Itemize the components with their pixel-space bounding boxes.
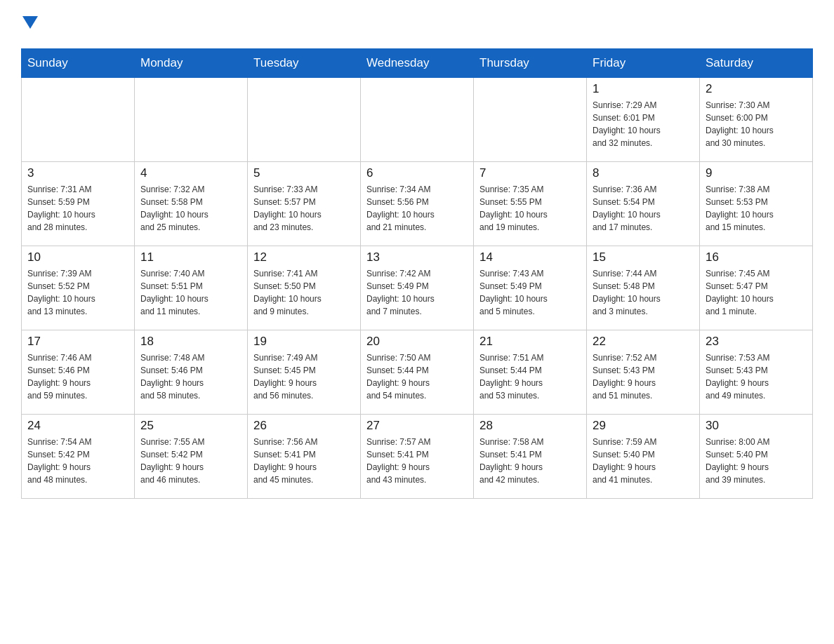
header-friday: Friday xyxy=(587,48,700,77)
day-info: Sunrise: 8:00 AMSunset: 5:40 PMDaylight:… xyxy=(706,436,807,486)
week-row-3: 17Sunrise: 7:46 AMSunset: 5:46 PMDayligh… xyxy=(22,330,813,414)
day-number: 24 xyxy=(27,419,128,433)
day-number: 20 xyxy=(366,335,468,349)
week-row-0: 1Sunrise: 7:29 AMSunset: 6:01 PMDaylight… xyxy=(22,77,813,161)
day-number: 13 xyxy=(366,250,468,264)
day-number: 17 xyxy=(27,335,128,349)
calendar-cell: 15Sunrise: 7:44 AMSunset: 5:48 PMDayligh… xyxy=(587,246,700,330)
day-number: 27 xyxy=(366,419,468,433)
calendar-cell: 30Sunrise: 8:00 AMSunset: 5:40 PMDayligh… xyxy=(700,414,813,498)
calendar-cell: 27Sunrise: 7:57 AMSunset: 5:41 PMDayligh… xyxy=(361,414,474,498)
day-info: Sunrise: 7:45 AMSunset: 5:47 PMDaylight:… xyxy=(706,267,807,318)
day-number: 7 xyxy=(479,166,581,180)
day-number: 8 xyxy=(593,166,694,180)
day-info: Sunrise: 7:50 AMSunset: 5:44 PMDaylight:… xyxy=(366,351,468,402)
day-number: 28 xyxy=(479,419,581,433)
day-number: 10 xyxy=(27,250,128,264)
day-number: 3 xyxy=(27,166,128,180)
week-row-2: 10Sunrise: 7:39 AMSunset: 5:52 PMDayligh… xyxy=(22,246,813,330)
day-info: Sunrise: 7:48 AMSunset: 5:46 PMDaylight:… xyxy=(140,351,241,402)
week-row-4: 24Sunrise: 7:54 AMSunset: 5:42 PMDayligh… xyxy=(22,414,813,498)
calendar-cell: 8Sunrise: 7:36 AMSunset: 5:54 PMDaylight… xyxy=(587,161,700,246)
day-info: Sunrise: 7:42 AMSunset: 5:49 PMDaylight:… xyxy=(366,267,468,318)
calendar-cell: 12Sunrise: 7:41 AMSunset: 5:50 PMDayligh… xyxy=(248,246,361,330)
day-info: Sunrise: 7:32 AMSunset: 5:58 PMDaylight:… xyxy=(140,183,241,234)
calendar-cell: 29Sunrise: 7:59 AMSunset: 5:40 PMDayligh… xyxy=(587,414,700,498)
day-info: Sunrise: 7:36 AMSunset: 5:54 PMDaylight:… xyxy=(593,183,694,234)
day-info: Sunrise: 7:46 AMSunset: 5:46 PMDaylight:… xyxy=(27,351,128,402)
day-number: 26 xyxy=(253,419,355,433)
calendar-cell: 2Sunrise: 7:30 AMSunset: 6:00 PMDaylight… xyxy=(700,77,813,161)
day-info: Sunrise: 7:49 AMSunset: 5:45 PMDaylight:… xyxy=(253,351,355,402)
header-wednesday: Wednesday xyxy=(361,48,474,77)
day-info: Sunrise: 7:30 AMSunset: 6:00 PMDaylight:… xyxy=(706,99,807,149)
calendar-body: 1Sunrise: 7:29 AMSunset: 6:01 PMDaylight… xyxy=(22,77,813,498)
header-monday: Monday xyxy=(135,48,248,77)
calendar-cell: 1Sunrise: 7:29 AMSunset: 6:01 PMDaylight… xyxy=(587,77,700,161)
day-info: Sunrise: 7:31 AMSunset: 5:59 PMDaylight:… xyxy=(27,183,128,234)
day-info: Sunrise: 7:35 AMSunset: 5:55 PMDaylight:… xyxy=(479,183,581,234)
day-info: Sunrise: 7:53 AMSunset: 5:43 PMDaylight:… xyxy=(706,351,807,402)
calendar-header: SundayMondayTuesdayWednesdayThursdayFrid… xyxy=(22,48,813,77)
day-number: 6 xyxy=(366,166,468,180)
calendar-cell: 19Sunrise: 7:49 AMSunset: 5:45 PMDayligh… xyxy=(248,330,361,414)
day-number: 4 xyxy=(140,166,241,180)
logo xyxy=(21,14,41,41)
calendar-cell: 18Sunrise: 7:48 AMSunset: 5:46 PMDayligh… xyxy=(135,330,248,414)
day-info: Sunrise: 7:56 AMSunset: 5:41 PMDaylight:… xyxy=(253,436,355,486)
logo-general-row xyxy=(21,14,41,40)
calendar-cell xyxy=(248,77,361,161)
day-number: 30 xyxy=(706,419,807,433)
calendar-cell: 10Sunrise: 7:39 AMSunset: 5:52 PMDayligh… xyxy=(22,246,135,330)
day-number: 18 xyxy=(140,335,241,349)
day-info: Sunrise: 7:52 AMSunset: 5:43 PMDaylight:… xyxy=(593,351,694,402)
calendar-cell xyxy=(474,77,587,161)
day-number: 5 xyxy=(253,166,355,180)
day-info: Sunrise: 7:33 AMSunset: 5:57 PMDaylight:… xyxy=(253,183,355,234)
header-sunday: Sunday xyxy=(22,48,135,77)
day-number: 21 xyxy=(479,335,581,349)
day-info: Sunrise: 7:58 AMSunset: 5:41 PMDaylight:… xyxy=(479,436,581,486)
calendar-cell: 3Sunrise: 7:31 AMSunset: 5:59 PMDaylight… xyxy=(22,161,135,246)
page-header xyxy=(21,14,813,41)
day-number: 16 xyxy=(706,250,807,264)
day-info: Sunrise: 7:40 AMSunset: 5:51 PMDaylight:… xyxy=(140,267,241,318)
calendar-table: SundayMondayTuesdayWednesdayThursdayFrid… xyxy=(21,48,813,499)
calendar-cell: 22Sunrise: 7:52 AMSunset: 5:43 PMDayligh… xyxy=(587,330,700,414)
calendar-cell: 4Sunrise: 7:32 AMSunset: 5:58 PMDaylight… xyxy=(135,161,248,246)
day-number: 23 xyxy=(706,335,807,349)
day-number: 15 xyxy=(593,250,694,264)
calendar-cell: 17Sunrise: 7:46 AMSunset: 5:46 PMDayligh… xyxy=(22,330,135,414)
day-number: 14 xyxy=(479,250,581,264)
calendar-cell xyxy=(135,77,248,161)
calendar-cell: 20Sunrise: 7:50 AMSunset: 5:44 PMDayligh… xyxy=(361,330,474,414)
calendar-cell: 5Sunrise: 7:33 AMSunset: 5:57 PMDaylight… xyxy=(248,161,361,246)
day-info: Sunrise: 7:41 AMSunset: 5:50 PMDaylight:… xyxy=(253,267,355,318)
day-number: 25 xyxy=(140,419,241,433)
day-number: 9 xyxy=(706,166,807,180)
header-row: SundayMondayTuesdayWednesdayThursdayFrid… xyxy=(22,48,813,77)
calendar-cell: 25Sunrise: 7:55 AMSunset: 5:42 PMDayligh… xyxy=(135,414,248,498)
day-info: Sunrise: 7:43 AMSunset: 5:49 PMDaylight:… xyxy=(479,267,581,318)
day-number: 11 xyxy=(140,250,241,264)
header-tuesday: Tuesday xyxy=(248,48,361,77)
svg-marker-0 xyxy=(22,16,38,29)
calendar-cell: 28Sunrise: 7:58 AMSunset: 5:41 PMDayligh… xyxy=(474,414,587,498)
calendar-cell: 24Sunrise: 7:54 AMSunset: 5:42 PMDayligh… xyxy=(22,414,135,498)
day-number: 22 xyxy=(593,335,694,349)
calendar-cell: 26Sunrise: 7:56 AMSunset: 5:41 PMDayligh… xyxy=(248,414,361,498)
day-number: 1 xyxy=(593,82,694,96)
day-info: Sunrise: 7:39 AMSunset: 5:52 PMDaylight:… xyxy=(27,267,128,318)
week-row-1: 3Sunrise: 7:31 AMSunset: 5:59 PMDaylight… xyxy=(22,161,813,246)
header-thursday: Thursday xyxy=(474,48,587,77)
day-info: Sunrise: 7:29 AMSunset: 6:01 PMDaylight:… xyxy=(593,99,694,149)
day-info: Sunrise: 7:34 AMSunset: 5:56 PMDaylight:… xyxy=(366,183,468,234)
day-number: 29 xyxy=(593,419,694,433)
day-number: 19 xyxy=(253,335,355,349)
logo-arrow-icon xyxy=(22,16,38,39)
day-info: Sunrise: 7:38 AMSunset: 5:53 PMDaylight:… xyxy=(706,183,807,234)
calendar-cell: 6Sunrise: 7:34 AMSunset: 5:56 PMDaylight… xyxy=(361,161,474,246)
calendar-cell: 13Sunrise: 7:42 AMSunset: 5:49 PMDayligh… xyxy=(361,246,474,330)
calendar-cell: 9Sunrise: 7:38 AMSunset: 5:53 PMDaylight… xyxy=(700,161,813,246)
header-saturday: Saturday xyxy=(700,48,813,77)
